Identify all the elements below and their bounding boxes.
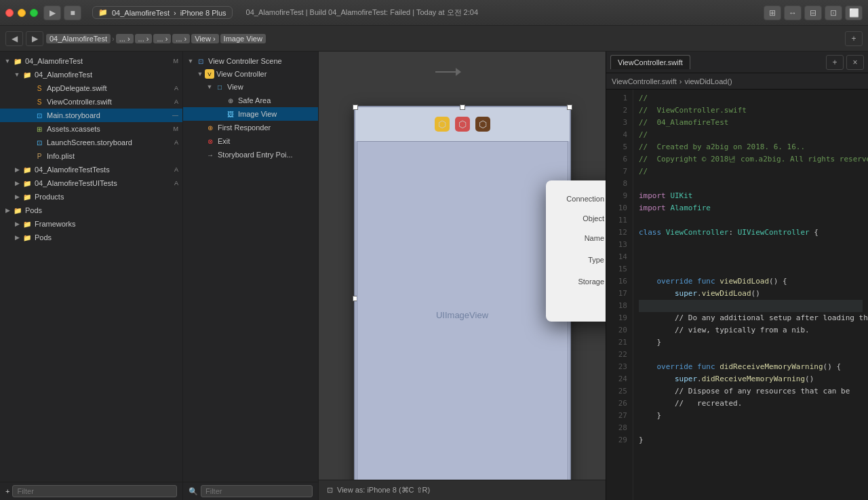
- tree-item-pods-root[interactable]: ▶ 📁 Pods: [0, 204, 182, 217]
- tree-item-pods-sub[interactable]: ▶ 📁 Pods: [0, 231, 182, 244]
- assets-icon: ⊞: [34, 123, 45, 134]
- outline-image-view[interactable]: 🖼 Image View: [183, 107, 318, 121]
- vc-icon: V: [205, 69, 214, 79]
- outline-safe-area[interactable]: ⊕ Safe Area: [183, 94, 318, 107]
- layout-btn-2[interactable]: ↔: [784, 5, 802, 20]
- appdelegate-label: AppDelegate.swift: [47, 84, 107, 92]
- pods-sub-icon: 📁: [22, 232, 33, 243]
- tree-item-frameworks[interactable]: ▶ 📁 Frameworks: [0, 217, 182, 231]
- sidebar-footer: +: [0, 482, 182, 500]
- frameworks-icon: 📁: [22, 218, 33, 229]
- safe-area-icon: ⊕: [225, 95, 236, 106]
- tests-icon: 📁: [22, 164, 33, 175]
- dialog-buttons: Cancel Connect: [557, 296, 606, 311]
- breadcrumb-imageview[interactable]: Image View: [220, 34, 266, 43]
- jump-bar: ViewController.swift › viewDidLoad(): [606, 73, 868, 90]
- outline-exit[interactable]: ⊗ Exit: [183, 134, 318, 148]
- close-button[interactable]: [5, 9, 14, 17]
- nav-back[interactable]: ◀: [5, 31, 23, 46]
- traffic-lights: [5, 9, 38, 17]
- tests-label: 04_AlamofireTestTests: [35, 166, 110, 174]
- tree-item-proj-root[interactable]: ▼ 📁 04_AlamofireTest M: [0, 54, 182, 68]
- proj-root-arrow: ▼: [3, 58, 12, 64]
- tree-item-assets[interactable]: ⊞ Assets.xcassets M: [0, 122, 182, 136]
- breadcrumb-folder4[interactable]: ... ›: [172, 34, 190, 43]
- outline-content: ▼ ⊡ View Controller Scene ▼ V View Contr…: [183, 52, 318, 482]
- project-name: 04_AlamofireTest: [112, 9, 170, 17]
- outline-vc-scene[interactable]: ▼ ⊡ View Controller Scene: [183, 54, 318, 68]
- breadcrumb-folder3[interactable]: ... ›: [153, 34, 171, 43]
- editor-actions: + ×: [826, 55, 864, 70]
- layout-btn-5[interactable]: ⬜: [845, 5, 863, 20]
- add-btn[interactable]: +: [845, 31, 863, 46]
- tree-item-proj-group[interactable]: ▼ 📁 04_AlamofireTest: [0, 68, 182, 81]
- dialog-object-row: Object V View Controller: [557, 213, 606, 224]
- outline-storyboard-entry[interactable]: → Storyboard Entry Poi...: [183, 148, 318, 161]
- layout-btn-3[interactable]: ⊟: [804, 5, 822, 20]
- first-responder-label: First Responder: [218, 123, 271, 132]
- add-file-icon[interactable]: +: [5, 487, 9, 495]
- playback-controls: ▶ ■: [43, 5, 81, 20]
- tree-item-tests[interactable]: ▶ 📁 04_AlamofireTestTests A: [0, 163, 182, 176]
- breadcrumb-folder2[interactable]: ... ›: [135, 34, 153, 43]
- type-label: Type: [557, 256, 604, 264]
- line-numbers: 1234567891011121314151617181920212223242…: [606, 90, 633, 500]
- breadcrumb-project[interactable]: 04_AlamofireTest: [46, 34, 111, 43]
- proj-group-arrow: ▼: [12, 71, 22, 78]
- outline-filter-icon: 🔍: [189, 487, 198, 496]
- stop-button[interactable]: ■: [64, 5, 81, 20]
- add-editor-btn[interactable]: +: [826, 55, 844, 70]
- outline-view[interactable]: ▼ □ View: [183, 80, 318, 94]
- canvas-area: ⬡ ⬡ ⬡ UIImageView Connection: [319, 52, 606, 500]
- minimize-button[interactable]: [18, 9, 26, 17]
- tree-item-mainstoryboard[interactable]: ⊡ Main.storyboard —: [0, 109, 182, 122]
- first-responder-icon: ⊕: [205, 122, 216, 133]
- titlebar: ▶ ■ 📁 04_AlamofireTest › iPhone 8 Plus 0…: [0, 0, 868, 26]
- launchscreen-badge: A: [174, 139, 178, 146]
- dialog-type-row: Type UIImageView ▼: [557, 252, 606, 267]
- tree-item-uitests[interactable]: ▶ 📁 04_AlamofireTestUITests A: [0, 176, 182, 190]
- handle-tm: [460, 104, 465, 110]
- object-label: Object: [557, 214, 604, 223]
- layout-btn-1[interactable]: ⊞: [764, 5, 781, 20]
- infoplist-label: Info.plist: [47, 152, 75, 160]
- pods-sub-arrow: ▶: [12, 234, 22, 241]
- products-label: Products: [35, 193, 64, 201]
- tree-item-infoplist[interactable]: P Info.plist: [0, 149, 182, 163]
- vc-label: View Controller: [216, 70, 267, 78]
- layout-btn-4[interactable]: ⊡: [825, 5, 842, 20]
- maximize-button[interactable]: [30, 9, 38, 17]
- outline-vc[interactable]: ▼ V View Controller: [183, 68, 318, 80]
- canvas-content[interactable]: ⬡ ⬡ ⬡ UIImageView Connection: [319, 52, 606, 480]
- uitests-arrow: ▶: [12, 180, 22, 187]
- file-filter-input[interactable]: [12, 485, 177, 497]
- code-tab-viewcontroller[interactable]: ViewController.swift: [610, 55, 690, 69]
- tree-item-products[interactable]: ▶ 📁 Products: [0, 190, 182, 204]
- nav-forward[interactable]: ▶: [26, 31, 43, 46]
- breadcrumb: 04_AlamofireTest › ... › ... › ... › ...…: [46, 34, 842, 43]
- tests-arrow: ▶: [12, 166, 22, 173]
- file-tree: ▼ 📁 04_AlamofireTest M ▼ 📁 04_AlamofireT…: [0, 52, 182, 247]
- breadcrumb-view[interactable]: View ›: [191, 34, 218, 43]
- jump-bar-func[interactable]: viewDidLoad(): [684, 77, 732, 85]
- outline-first-responder[interactable]: ⊕ First Responder: [183, 121, 318, 134]
- project-selector[interactable]: 📁 04_AlamofireTest › iPhone 8 Plus: [92, 6, 233, 19]
- tree-item-appdelegate[interactable]: S AppDelegate.swift A: [0, 81, 182, 95]
- jump-bar-vc[interactable]: ViewController.swift: [612, 77, 677, 85]
- proj-group-icon: 📁: [22, 69, 33, 80]
- play-button[interactable]: ▶: [43, 5, 61, 20]
- breadcrumb-folder1[interactable]: ... ›: [116, 34, 134, 43]
- storyboard-entry-label: Storyboard Entry Poi...: [218, 151, 293, 159]
- code-panel: ViewController.swift + × ViewController.…: [606, 52, 868, 500]
- mainstoryboard-icon: ⊡: [34, 110, 45, 121]
- exit-label: Exit: [218, 137, 230, 145]
- image-view-placeholder: UIImageView: [436, 310, 488, 320]
- tree-item-launchscreen[interactable]: ⊡ LaunchScreen.storyboard A: [0, 136, 182, 149]
- tree-item-viewcontroller[interactable]: S ViewController.swift A: [0, 95, 182, 109]
- toolbar: ◀ ▶ 04_AlamofireTest › ... › ... › ... ›…: [0, 26, 868, 52]
- toolbar-right: +: [845, 31, 863, 46]
- entry-arrow: [435, 68, 461, 76]
- outline-filter-input[interactable]: [201, 485, 313, 497]
- close-editor-btn[interactable]: ×: [846, 55, 864, 70]
- safe-area-label: Safe Area: [238, 96, 271, 104]
